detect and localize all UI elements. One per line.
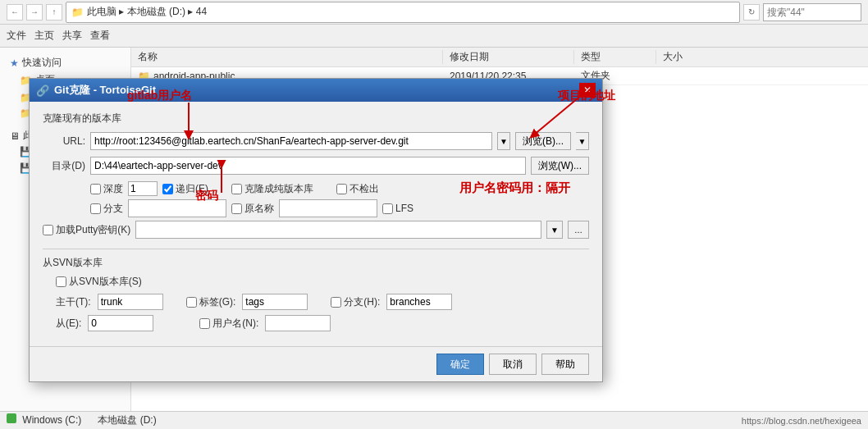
dir-label: 目录(D) xyxy=(43,159,85,173)
no-check-checkbox-item: 不检出 xyxy=(336,182,379,196)
explorer-titlebar: ← → ↑ 📁 此电脑 ▸ 本地磁盘 (D:) ▸ 44 ↻ xyxy=(0,0,868,25)
url-input[interactable] xyxy=(90,132,492,150)
col-date-header: 修改日期 xyxy=(443,50,574,64)
tags-label-item: 标签(G): xyxy=(186,295,236,309)
clone-pure-label: 克隆成纯版本库 xyxy=(244,182,313,196)
url-row: URL: ▼ 浏览(B)... ▼ xyxy=(43,132,589,150)
svn-checkbox-row: 从SVN版本库(S) xyxy=(43,275,589,289)
breadcrumb[interactable]: 📁 此电脑 ▸ 本地磁盘 (D:) ▸ 44 xyxy=(66,2,740,23)
putty-input[interactable] xyxy=(135,221,541,239)
browse-dir-button[interactable]: 浏览(W)... xyxy=(531,157,589,175)
svn-fields-row1: 主干(T): 标签(G): 分支(H): xyxy=(43,294,589,310)
col-type-header: 类型 xyxy=(574,50,656,64)
dialog-body: 克隆现有的版本库 URL: ▼ 浏览(B)... ▼ 目录(D) 浏览(W)..… xyxy=(30,102,602,346)
col-size-header: 大小 xyxy=(656,50,738,64)
col-name-header: 名称 xyxy=(131,50,443,64)
dialog-title: 🔗 Git克隆 - TortoiseGit xyxy=(36,83,156,98)
explorer-toolbar: 文件 主页 共享 查看 xyxy=(0,25,868,48)
no-check-checkbox[interactable] xyxy=(336,184,347,194)
depth-row: 深度 递归(E) 克隆成纯版本库 不检出 xyxy=(43,181,589,196)
help-button[interactable]: 帮助 xyxy=(541,354,589,375)
from-label: 从(E): xyxy=(56,317,81,331)
nav-up[interactable]: ↑ xyxy=(46,4,62,21)
dir-row: 目录(D) 浏览(W)... xyxy=(43,157,589,175)
status-indicator xyxy=(7,413,16,423)
nav-back[interactable]: ← xyxy=(7,4,23,21)
trunk-label: 主干(T): xyxy=(56,295,91,309)
url-dropdown[interactable]: ▼ xyxy=(497,132,510,150)
from-label-item: 从(E): xyxy=(56,317,81,331)
browse-url-button[interactable]: 浏览(B)... xyxy=(515,132,571,150)
toolbar-label: 文件 主页 共享 查看 xyxy=(7,29,110,43)
dialog-title-text: Git克隆 - TortoiseGit xyxy=(54,83,156,98)
branch-label: 分支 xyxy=(103,202,123,216)
recursive-checkbox-item: 递归(E) xyxy=(162,182,208,196)
dir-input[interactable] xyxy=(90,157,526,175)
tags-checkbox[interactable] xyxy=(186,297,197,308)
trunk-label-item: 主干(T): xyxy=(56,295,91,309)
git-clone-dialog: 🔗 Git克隆 - TortoiseGit ✕ 克隆现有的版本库 URL: ▼ … xyxy=(29,78,603,382)
branch-checkbox-item: 分支 xyxy=(90,202,123,216)
svn-fields-row2: 从(E): 用户名(N): xyxy=(43,315,589,331)
trunk-input[interactable] xyxy=(98,294,163,310)
branch2-checkbox[interactable] xyxy=(331,297,341,308)
putty-checkbox-item: 加载Putty密钥(K) xyxy=(43,223,130,237)
section-label: 克隆现有的版本库 xyxy=(43,112,589,126)
depth-checkbox[interactable] xyxy=(90,184,101,194)
svn-label: 从SVN版本库(S) xyxy=(69,275,142,289)
username-label: 用户名(N): xyxy=(212,317,258,331)
star-icon: ★ xyxy=(10,57,19,69)
depth-input[interactable] xyxy=(128,181,158,196)
putty-checkbox[interactable] xyxy=(43,225,53,235)
svn-checkbox-item: 从SVN版本库(S) xyxy=(56,275,142,289)
status-bar: Windows (C:) 本地磁盘 (D:) https://blog.csdn… xyxy=(0,411,868,429)
clone-pure-checkbox-item: 克隆成纯版本库 xyxy=(231,182,313,196)
sidebar-quick-access[interactable]: ★ 快速访问 xyxy=(7,54,124,71)
status-left: Windows (C:) 本地磁盘 (D:) xyxy=(7,413,157,427)
lfs-label: LFS xyxy=(395,203,413,214)
close-button[interactable]: ✕ xyxy=(579,83,596,98)
putty-dropdown[interactable]: ▼ xyxy=(546,221,563,239)
username-label-item: 用户名(N): xyxy=(199,317,258,331)
url-label: URL: xyxy=(43,135,85,147)
branch-checkbox[interactable] xyxy=(90,203,101,214)
alias-label: 原名称 xyxy=(244,202,274,216)
lfs-checkbox-item: LFS xyxy=(382,203,413,214)
ok-button[interactable]: 确定 xyxy=(436,354,484,375)
refresh-btn[interactable]: ↻ xyxy=(743,4,760,21)
clone-pure-checkbox[interactable] xyxy=(231,184,242,194)
quick-access-label: 快速访问 xyxy=(22,56,62,70)
branch2-label: 分支(H): xyxy=(344,295,380,309)
branches-input[interactable] xyxy=(386,294,452,310)
branch2-label-item: 分支(H): xyxy=(331,295,380,309)
svn-checkbox[interactable] xyxy=(56,276,66,287)
browse-url-arrow[interactable]: ▼ xyxy=(576,132,589,150)
no-check-label: 不检出 xyxy=(349,182,379,196)
dialog-titlebar: 🔗 Git克隆 - TortoiseGit ✕ xyxy=(30,79,602,102)
tags-label: 标签(G): xyxy=(199,295,236,309)
from-input[interactable] xyxy=(88,315,153,331)
recursive-checkbox[interactable] xyxy=(162,184,173,194)
username-input[interactable] xyxy=(265,315,331,331)
depth-checkbox-item: 深度 xyxy=(90,182,123,196)
dialog-footer: 确定 取消 帮助 xyxy=(30,346,602,381)
svn-title: 从SVN版本库 xyxy=(43,256,589,270)
column-headers: 名称 修改日期 类型 大小 xyxy=(131,48,868,67)
cancel-button[interactable]: 取消 xyxy=(489,354,537,375)
branch-input[interactable] xyxy=(128,199,226,217)
alias-checkbox-item: 原名称 xyxy=(231,202,274,216)
recursive-label: 递归(E) xyxy=(176,182,208,196)
nav-forward[interactable]: → xyxy=(26,4,43,21)
search-input[interactable] xyxy=(763,3,861,21)
tags-input[interactable] xyxy=(242,294,308,310)
putty-row: 加载Putty密钥(K) ▼ … xyxy=(43,221,589,239)
pc-icon: 🖥 xyxy=(10,130,20,142)
username-checkbox[interactable] xyxy=(199,318,210,329)
putty-label: 加载Putty密钥(K) xyxy=(56,223,130,237)
lfs-checkbox[interactable] xyxy=(382,203,393,214)
alias-input[interactable] xyxy=(279,199,377,217)
dialog-icon: 🔗 xyxy=(36,84,49,97)
putty-browse-btn[interactable]: … xyxy=(568,221,589,239)
alias-checkbox[interactable] xyxy=(231,203,242,214)
breadcrumb-icon: 📁 xyxy=(71,7,84,18)
